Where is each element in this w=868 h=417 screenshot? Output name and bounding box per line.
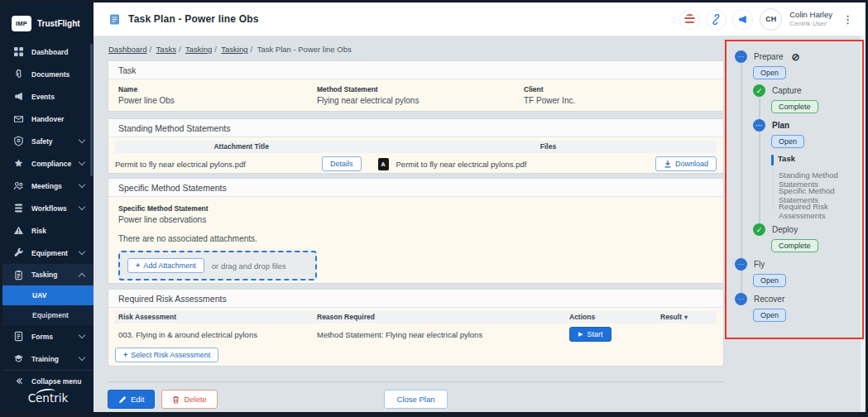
column-risk-assessment: Risk Assessment [118,311,317,324]
delete-button[interactable]: Delete [161,390,217,409]
step-fly-status-badge[interactable]: Open [753,274,786,287]
edit-pencil-icon [118,395,127,404]
close-plan-label: Close Plan [397,395,435,404]
sidebar-item-label: Risk [31,227,46,235]
substep-required-risk-assessments[interactable]: Required Risk Assessments [779,202,862,220]
avatar[interactable]: CH [760,8,782,31]
sort-icon: ▾ [684,314,688,321]
dashboard-icon [13,46,24,57]
task-card-header: Task [108,61,723,79]
user-info: Colin Harley Centrik User [789,10,832,28]
column-attachment-title: Attachment Title [213,141,268,153]
required-risk-assessments-card: Required Risk Assessments Risk Assessmen… [108,289,724,367]
sidebar-item-meetings[interactable]: Meetings [2,175,94,197]
step-capture[interactable]: ✓ Capture [753,84,802,97]
download-button[interactable]: Download [655,156,717,171]
sidebar-item-equipment[interactable]: Equipment [2,242,94,264]
sidebar-item-label: Compliance [31,160,71,168]
sidebar-item-tasking[interactable]: Tasking [2,264,94,285]
step-deploy-status-badge[interactable]: Complete [771,239,818,252]
field-label: Name [118,85,317,93]
step-prepare-status-badge[interactable]: Open [753,66,786,79]
sidebar-item-dashboard[interactable]: Dashboard [2,41,94,63]
announcements-button[interactable] [733,10,752,29]
risk-actions-cell: ▶ Start [569,327,660,342]
breadcrumb-link-tasks[interactable]: Tasks [156,45,176,54]
sidebar-scrollbar[interactable] [90,44,93,176]
risk-register-button[interactable] [680,10,699,29]
sidebar-item-events[interactable]: Events [2,85,94,108]
sidebar: IMP TrustFlight Dashboard Documents Even… [2,2,94,412]
stepper-connector-line [759,98,760,226]
sidebar-item-safety[interactable]: Safety [2,130,94,152]
breadcrumb-separator: / [146,45,154,54]
select-risk-assessment-button[interactable]: + Select Risk Assessment [115,348,218,362]
sidebar-item-handover[interactable]: Handover [2,108,94,130]
step-recover-status-badge[interactable]: Open [753,309,786,322]
page-title-wrap: Task Plan - Power line Obs [94,13,259,26]
start-button[interactable]: ▶ Start [569,327,611,342]
shield-icon [13,136,24,146]
delete-button-label: Delete [184,395,206,404]
chevron-down-icon [79,137,85,143]
kebab-menu-icon[interactable]: ⋮ [840,13,856,26]
clipboard-icon [13,270,24,280]
add-attachment-button[interactable]: + Add Attachment [127,258,204,273]
edit-button[interactable]: Edit [108,390,155,409]
app-logo-text: TrustFlight [37,19,80,28]
step-plan[interactable]: ··· Plan [753,119,789,132]
step-fly[interactable]: ··· Fly [735,258,765,271]
breadcrumb-link-tasking[interactable]: Tasking [185,45,212,54]
substep-task[interactable]: Task [778,154,795,163]
attachment-file-name[interactable]: Permit to fly near electrical pylons.pdf [396,160,527,169]
graduation-cap-icon [13,353,24,364]
main-content: Dashboard/ Tasks/ Tasking/ Tasking/ Task… [94,36,866,412]
chevron-up-icon [79,272,85,279]
sidebar-item-compliance[interactable]: Compliance [2,152,94,175]
sidebar-item-forms[interactable]: Forms [2,325,94,348]
breadcrumb-link-tasking-2[interactable]: Tasking [221,45,247,54]
sidebar-item-workflows[interactable]: Workflows [2,197,94,219]
specific-card-body: Specific Method Statement Power line obs… [108,197,723,284]
step-open-icon: ··· [735,258,747,271]
chevron-down-icon [79,332,85,338]
column-actions: Actions [569,311,660,324]
breadcrumb-link-dashboard[interactable]: Dashboard [108,45,146,54]
no-entry-icon: ⊘ [792,51,800,63]
step-label: Fly [754,260,765,269]
collapse-menu-label: Collapse menu [31,377,81,386]
step-prepare[interactable]: ··· Prepare ⊘ [735,50,800,63]
step-capture-status-badge[interactable]: Complete [771,100,818,113]
people-icon [13,180,24,191]
link-button[interactable] [707,10,726,29]
step-recover[interactable]: ··· Recover [735,293,784,305]
user-role: Centrik User [789,20,832,28]
active-substep-indicator [771,155,774,165]
column-result[interactable]: Result▾ [660,311,717,324]
step-plan-status-badge[interactable]: Open [771,135,804,148]
footer-actions: Edit Delete Close Plan [108,390,724,411]
wrench-icon [13,247,24,258]
app-window: IMP TrustFlight Dashboard Documents Even… [0,0,868,417]
add-attachment-label: Add Attachment [143,261,196,270]
task-card: Task Name Power line Obs Method Statemen… [108,60,724,112]
column-files: Files [540,141,556,153]
close-plan-button[interactable]: Close Plan [384,390,448,409]
standing-card-header: Standing Method Statements [108,119,723,137]
sidebar-item-label: UAV [32,291,46,300]
step-label: Plan [772,121,789,130]
sidebar-item-training[interactable]: Training [2,348,94,370]
star-badge-icon [13,158,24,169]
trash-icon [172,395,180,404]
attachment-drop-zone[interactable]: + Add Attachment or drag and drop files [118,251,317,280]
sidebar-item-label: Training [31,355,59,363]
sidebar-item-label: Dashboard [31,48,68,56]
column-result-label: Result [660,313,682,321]
sidebar-item-documents[interactable]: Documents [2,63,94,85]
step-deploy[interactable]: ✓ Deploy [753,223,798,236]
sidebar-subitem-equipment[interactable]: Equipment [2,305,94,325]
sidebar-item-label: Workflows [31,204,67,213]
sidebar-subitem-uav[interactable]: UAV [2,285,94,305]
sidebar-item-risk[interactable]: Risk [2,219,94,242]
details-button[interactable]: Details [322,156,362,171]
